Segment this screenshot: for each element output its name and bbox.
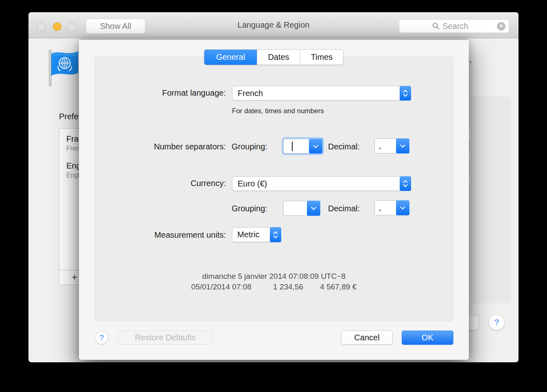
tab-general[interactable]: General	[204, 50, 257, 65]
currency-decimal-label: Decimal:	[328, 204, 360, 213]
search-icon	[432, 22, 440, 30]
decimal-label: Decimal:	[328, 142, 360, 151]
measurement-units-popup[interactable]: Metric	[232, 227, 281, 242]
currency-popup[interactable]: Euro (€)	[232, 176, 411, 191]
screen: Show All Language & Region Search ✕	[0, 0, 547, 392]
region-settings-sheet: General Dates Times Format language: Fre…	[79, 39, 469, 360]
measurement-units-value: Metric	[232, 228, 270, 242]
preview-currency: 4 567,89 €	[320, 283, 357, 291]
text-cursor	[292, 142, 293, 151]
popup-chevrons-icon	[400, 86, 411, 101]
number-separators-label: Number separators:	[79, 142, 226, 151]
search-input[interactable]: Search ✕	[399, 19, 509, 33]
combo-dropdown-button[interactable]	[309, 139, 322, 153]
pane-help-button[interactable]: ?	[489, 315, 504, 330]
sheet-help-button[interactable]: ?	[95, 331, 108, 344]
currency-grouping-label: Grouping:	[232, 204, 267, 213]
format-preview-line1: dimanche 5 janvier 2014 07:08:09 UTC−8	[94, 272, 453, 281]
combo-dropdown-button[interactable]	[396, 200, 409, 215]
measurement-units-label: Measurement units:	[79, 230, 226, 240]
preview-datetime: 05/01/2014 07:08	[191, 283, 252, 291]
search-placeholder: Search	[442, 22, 475, 31]
currency-decimal-combo[interactable]: ,	[374, 200, 409, 215]
format-preview-line2: 05/01/2014 07:08 1 234,56 4 567,89 €	[94, 283, 453, 291]
background-group-panel	[470, 96, 511, 303]
ok-button[interactable]: OK	[402, 331, 453, 345]
number-decimal-value: ,	[375, 139, 396, 153]
format-language-label: Format language:	[79, 88, 226, 98]
language-region-flag-icon	[46, 47, 81, 89]
combo-dropdown-button[interactable]	[307, 201, 320, 216]
number-decimal-combo[interactable]: ,	[374, 138, 409, 153]
tab-times[interactable]: Times	[300, 50, 343, 65]
grouping-label: Grouping:	[232, 142, 267, 151]
preview-number: 1 234,56	[273, 283, 303, 291]
combo-dropdown-button[interactable]	[396, 138, 409, 153]
number-grouping-value	[284, 139, 309, 153]
restore-defaults-button: Restore Defaults	[118, 331, 212, 345]
tab-dates[interactable]: Dates	[257, 50, 300, 65]
popup-chevrons-icon	[400, 176, 411, 191]
format-language-value: French	[232, 86, 400, 100]
clear-search-icon[interactable]: ✕	[497, 22, 505, 31]
tab-bar: General Dates Times	[204, 50, 343, 65]
popup-chevrons-icon	[270, 227, 281, 242]
cancel-button[interactable]: Cancel	[341, 331, 393, 345]
currency-grouping-value	[284, 201, 307, 215]
number-grouping-combo[interactable]	[283, 139, 322, 153]
format-language-popup[interactable]: French	[232, 86, 411, 101]
currency-label: Currency:	[79, 179, 226, 188]
titlebar[interactable]: Show All Language & Region Search ✕	[28, 12, 519, 38]
currency-decimal-value: ,	[375, 201, 396, 215]
currency-value: Euro (€)	[232, 177, 400, 191]
format-language-hint: For dates, times and numbers	[232, 107, 324, 115]
currency-grouping-combo[interactable]	[283, 201, 320, 216]
